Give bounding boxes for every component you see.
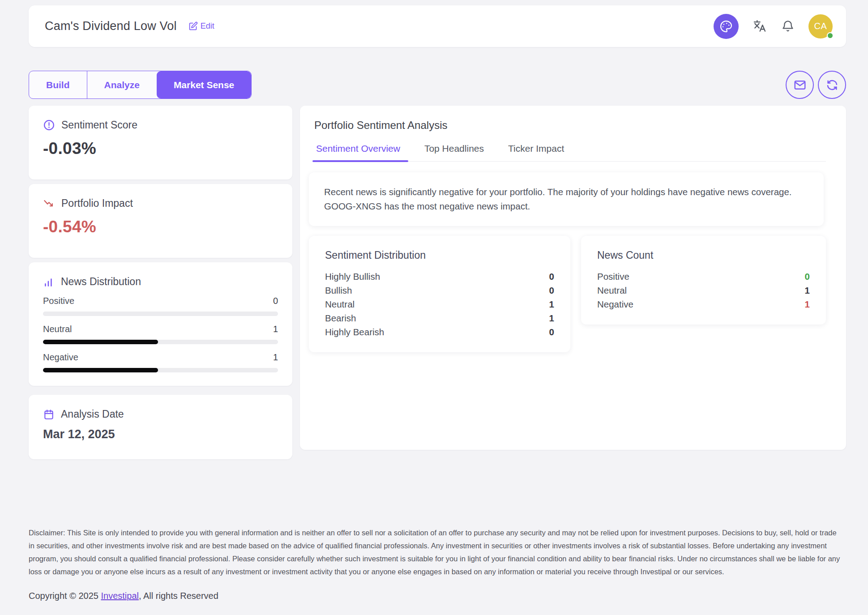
dist-label: Negative <box>43 352 78 363</box>
tab-analyze[interactable]: Analyze <box>87 71 157 98</box>
header-bar: Cam's Dividend Low Vol Edit <box>29 5 846 47</box>
theme-palette-button[interactable] <box>714 14 739 39</box>
news-count-card: News Count Positive 0 Neutral 1 Negative <box>581 236 826 325</box>
refresh-icon <box>825 78 839 92</box>
segmented-tabs: Build Analyze Market Sense <box>29 71 252 99</box>
analysis-date-card: Analysis Date Mar 12, 2025 <box>29 395 292 459</box>
kv-label: Positive <box>597 269 629 283</box>
kv-value: 0 <box>549 269 554 283</box>
bell-icon <box>781 19 795 34</box>
investipal-link[interactable]: Investipal <box>101 591 139 601</box>
news-count-title: News Count <box>597 249 810 261</box>
kv-value: 1 <box>805 283 810 297</box>
list-item: Highly Bullish 0 <box>325 269 554 283</box>
kv-value: 0 <box>549 283 554 297</box>
kv-value: 0 <box>805 269 810 283</box>
copyright-prefix: Copyright © 2025 <box>29 591 101 601</box>
panel-tabs: Sentiment Overview Top Headlines Ticker … <box>314 143 826 162</box>
sentiment-score-card: Sentiment Score -0.03% <box>29 106 292 179</box>
kv-value: 1 <box>549 297 554 311</box>
email-button[interactable] <box>786 71 814 99</box>
metrics-column: Sentiment Score -0.03% Portfolio Impact … <box>29 106 292 459</box>
tab-build[interactable]: Build <box>29 71 87 98</box>
kv-label: Negative <box>597 297 633 311</box>
list-item: Neutral 1 <box>597 283 810 297</box>
kv-label: Bullish <box>325 283 352 297</box>
sentiment-summary-text: Recent news is significantly negative fo… <box>324 185 799 214</box>
footer: Disclaimer: This Site is only intended t… <box>29 526 846 601</box>
progress-bar <box>43 340 278 344</box>
news-distribution-card: News Distribution Positive 0 Neutral 1 <box>29 262 292 386</box>
translate-icon <box>752 19 767 34</box>
edit-pencil-icon <box>188 21 198 31</box>
dist-value: 0 <box>273 296 278 306</box>
sentiment-score-value: -0.03% <box>43 139 278 158</box>
list-item: Bearish 1 <box>325 311 554 325</box>
news-distribution-title: News Distribution <box>61 276 141 288</box>
disclaimer-text: Disclaimer: This Site is only intended t… <box>29 526 843 578</box>
kv-value: 0 <box>549 325 554 339</box>
sentiment-score-title: Sentiment Score <box>61 119 137 131</box>
kv-label: Highly Bearish <box>325 325 384 339</box>
kv-label: Neutral <box>597 283 627 297</box>
portfolio-impact-value: -0.54% <box>43 218 278 236</box>
kv-label: Highly Bullish <box>325 269 380 283</box>
dist-label: Neutral <box>43 324 72 334</box>
analysis-date-title: Analysis Date <box>61 408 124 420</box>
kv-label: Bearish <box>325 311 356 325</box>
page: Cam's Dividend Low Vol Edit <box>0 0 868 601</box>
action-buttons <box>786 71 846 99</box>
kv-label: Neutral <box>325 297 355 311</box>
envelope-icon <box>793 78 807 92</box>
progress-bar <box>43 368 278 372</box>
kv-value: 1 <box>549 311 554 325</box>
list-item: Highly Bearish 0 <box>325 325 554 339</box>
page-title: Cam's Dividend Low Vol <box>45 19 177 33</box>
tab-ticker-impact[interactable]: Ticker Impact <box>506 143 566 161</box>
list-item: Neutral 1 <box>325 297 554 311</box>
palette-icon <box>719 20 733 33</box>
calendar-icon <box>43 409 55 420</box>
copyright-suffix: , All rights Reserved <box>139 591 218 601</box>
edit-label: Edit <box>201 21 214 31</box>
list-item: Bullish 0 <box>325 283 554 297</box>
dist-value: 1 <box>273 352 278 363</box>
dist-value: 1 <box>273 324 278 334</box>
portfolio-impact-card: Portfolio Impact -0.54% <box>29 184 292 258</box>
sentiment-summary-box: Recent news is significantly negative fo… <box>309 172 824 226</box>
distribution-row: Negative 1 <box>43 352 278 372</box>
trending-down-icon <box>43 197 55 209</box>
panel-title: Portfolio Sentiment Analysis <box>314 119 826 132</box>
refresh-button[interactable] <box>818 71 846 99</box>
list-item: Negative 1 <box>597 297 810 311</box>
alert-circle-icon <box>43 119 55 131</box>
tab-top-headlines[interactable]: Top Headlines <box>423 143 486 161</box>
notifications-button[interactable] <box>781 19 795 34</box>
content-area: Sentiment Score -0.03% Portfolio Impact … <box>29 106 846 459</box>
user-avatar[interactable]: CA <box>808 14 833 38</box>
distribution-row: Positive 0 <box>43 296 278 316</box>
analysis-date-value: Mar 12, 2025 <box>43 427 278 441</box>
tabs-row: Build Analyze Market Sense <box>29 71 846 99</box>
list-item: Positive 0 <box>597 269 810 283</box>
tab-market-sense[interactable]: Market Sense <box>157 71 251 98</box>
sentiment-distribution-title: Sentiment Distribution <box>325 249 554 261</box>
sentiment-analysis-panel: Portfolio Sentiment Analysis Sentiment O… <box>300 106 846 450</box>
translate-button[interactable] <box>752 19 767 34</box>
progress-bar <box>43 312 278 316</box>
dist-label: Positive <box>43 296 74 306</box>
edit-button[interactable]: Edit <box>188 21 214 31</box>
kv-value: 1 <box>805 297 810 311</box>
tab-sentiment-overview[interactable]: Sentiment Overview <box>314 143 402 161</box>
distribution-row: Neutral 1 <box>43 324 278 344</box>
bar-chart-icon <box>43 276 55 288</box>
online-status-dot <box>827 32 834 39</box>
sentiment-distribution-card: Sentiment Distribution Highly Bullish 0 … <box>309 236 570 352</box>
copyright-line: Copyright © 2025 Investipal, All rights … <box>29 591 846 601</box>
portfolio-impact-title: Portfolio Impact <box>61 197 133 209</box>
